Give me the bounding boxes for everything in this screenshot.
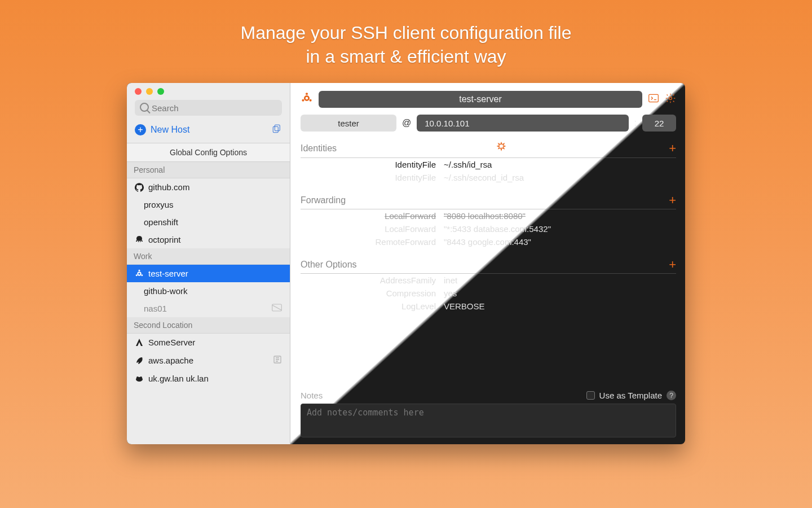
svg-point-11 [304, 97, 308, 100]
sidebar-host-item[interactable]: openshift [127, 213, 290, 231]
config-key: IdentityFile [301, 160, 436, 169]
group-header[interactable]: Personal [127, 162, 290, 178]
help-icon[interactable]: ? [667, 391, 676, 400]
other-title: Other Options [301, 260, 357, 270]
identities-title: Identities [301, 143, 337, 154]
config-row[interactable]: LocalForward"*:5433 database.com:5432" [301, 222, 676, 235]
search-icon [140, 103, 149, 112]
forwarding-title: Forwarding [301, 195, 346, 205]
config-value: yes [444, 288, 457, 298]
group-header[interactable]: Work [127, 248, 290, 265]
global-config-options[interactable]: Global Config Options [127, 143, 290, 162]
use-as-template-checkbox[interactable] [586, 391, 595, 400]
address-field[interactable] [417, 115, 628, 132]
host-label: uk.gw.lan uk.lan [148, 374, 209, 383]
config-key: LocalForward [301, 224, 436, 234]
terminal-icon[interactable] [648, 93, 659, 106]
port-field[interactable] [642, 115, 676, 132]
add-other[interactable]: + [669, 259, 676, 271]
config-value: "*:5433 database.com:5432" [444, 224, 551, 234]
template-badge-icon [273, 355, 282, 366]
config-value: inet [444, 275, 457, 285]
use-as-template-label: Use as Template [599, 391, 662, 400]
section-forwarding: Forwarding + LocalForward"8080 localhost… [301, 194, 676, 248]
config-key: RemoteForward [301, 237, 436, 247]
config-key: LocalForward [301, 211, 436, 221]
svg-point-2 [138, 272, 140, 275]
section-identities: Identities + IdentityFile~/.ssh/id_rsaId… [301, 142, 676, 184]
hero-line1: Manage your SSH client configuration fil… [241, 21, 572, 45]
svg-point-5 [141, 274, 143, 276]
config-row[interactable]: IdentityFile~/.ssh/second_id_rsa [301, 171, 676, 184]
svg-point-3 [139, 270, 140, 271]
host-label: proxyus [144, 200, 174, 209]
svg-rect-0 [275, 125, 280, 131]
host-label: nas01 [144, 304, 167, 313]
host-label: test-server [148, 269, 188, 278]
config-row[interactable]: RemoteForward"8443 google.com:443" [301, 235, 676, 248]
sidebar-host-item[interactable]: aws.apache [127, 351, 290, 370]
sidebar-host-item[interactable]: github-work [127, 282, 290, 300]
host-label: SomeServer [148, 338, 195, 347]
config-value: ~/.ssh/id_rsa [444, 160, 492, 169]
host-label: github.com [148, 182, 189, 192]
config-row[interactable]: LocalForward"8080 localhost:8080" [301, 209, 676, 222]
sidebar-host-item[interactable]: test-server [127, 265, 290, 282]
add-forwarding[interactable]: + [669, 194, 676, 207]
sidebar-host-item[interactable]: nas01 [127, 300, 290, 317]
svg-point-12 [306, 93, 308, 95]
config-row[interactable]: Compressionyes [301, 287, 676, 300]
window-zoom[interactable] [157, 88, 164, 95]
hostname-field[interactable] [319, 91, 642, 108]
config-row[interactable]: IdentityFile~/.ssh/id_rsa [301, 158, 676, 171]
feather-icon [135, 356, 144, 365]
section-other: Other Options + AddressFamilyinetCompres… [301, 259, 676, 313]
sidebar-host-item[interactable]: proxyus [127, 196, 290, 213]
sidebar-host-item[interactable]: octoprint [127, 231, 290, 248]
host-label: openshift [144, 217, 178, 227]
config-row[interactable]: LogLevelVERBOSE [301, 300, 676, 313]
notes-textarea[interactable] [301, 404, 676, 437]
config-key: IdentityFile [301, 173, 436, 182]
new-host-button[interactable]: + New Host [127, 120, 290, 143]
svg-point-9 [136, 376, 139, 379]
config-value: "8443 google.com:443" [444, 237, 531, 247]
new-host-label: New Host [151, 125, 189, 135]
sidebar-host-item[interactable]: SomeServer [127, 334, 290, 351]
host-label: github-work [144, 286, 188, 296]
add-identity[interactable]: + [669, 142, 676, 155]
config-value: VERBOSE [444, 301, 485, 311]
ubuntu-icon [135, 269, 144, 278]
port-separator: : [634, 118, 637, 128]
config-key: LogLevel [301, 301, 436, 311]
duplicate-icon[interactable] [272, 124, 282, 136]
gear-icon[interactable] [665, 93, 676, 106]
plus-circle-icon: + [135, 124, 146, 135]
window-minimize[interactable] [146, 88, 153, 95]
sidebar-host-item[interactable]: github.com [127, 178, 290, 196]
svg-rect-15 [649, 95, 659, 102]
group-header[interactable]: Second Location [127, 317, 290, 334]
nosync-badge-icon [272, 304, 282, 313]
svg-point-14 [310, 99, 312, 102]
svg-point-10 [140, 376, 142, 379]
svg-point-4 [136, 274, 138, 276]
config-key: Compression [301, 288, 436, 298]
config-value: "8080 localhost:8080" [444, 211, 526, 221]
blob-icon [135, 374, 144, 383]
config-row[interactable]: AddressFamilyinet [301, 274, 676, 287]
detail-panel: @ : Identities + IdentityFile~/.ssh/id_r… [290, 83, 685, 444]
sidebar-host-item[interactable]: uk.gw.lan uk.lan [127, 370, 290, 387]
host-label: aws.apache [148, 356, 193, 365]
host-label: octoprint [148, 235, 181, 244]
hero-tagline: Manage your SSH client configuration fil… [241, 21, 572, 68]
config-value: ~/.ssh/second_id_rsa [444, 173, 524, 182]
arch-icon [135, 338, 144, 347]
github-icon [135, 183, 144, 192]
user-field[interactable] [301, 115, 396, 132]
wand-icon[interactable] [496, 142, 507, 155]
search-input[interactable] [135, 100, 282, 116]
ubuntu-icon [301, 92, 313, 107]
hero-line2: in a smart & efficient way [241, 45, 572, 69]
window-close[interactable] [135, 88, 142, 95]
